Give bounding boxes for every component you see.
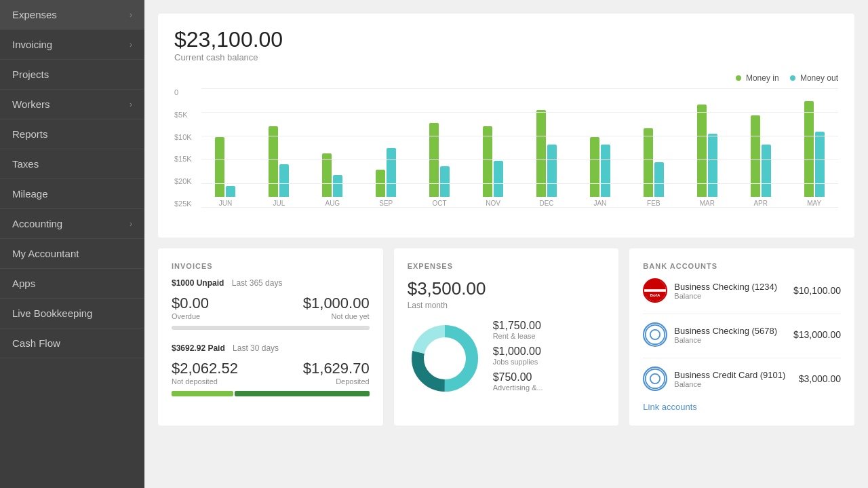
month-bars bbox=[576, 88, 624, 197]
chart-month-nov: NOV bbox=[469, 88, 517, 207]
chart-month-feb: FEB bbox=[629, 88, 677, 207]
y-axis-label: $20K bbox=[174, 177, 192, 185]
money-out-bar bbox=[226, 186, 235, 197]
sidebar-item-label: Taxes bbox=[12, 158, 39, 170]
sidebar-item-mileage[interactable]: Mileage bbox=[0, 179, 144, 209]
bank-accounts-card: BANK ACCOUNTS BofA Business Checking (12… bbox=[629, 248, 854, 426]
bank-icon bbox=[643, 367, 667, 391]
sidebar-item-label: Mileage bbox=[12, 188, 48, 200]
money-out-bar bbox=[279, 164, 289, 197]
chevron-right-icon: › bbox=[130, 219, 132, 229]
main-content: $23,100.00 Current cash balance Money in… bbox=[144, 0, 868, 488]
bank-account-item: Business Credit Card (9101)Balance$3,000… bbox=[643, 367, 841, 391]
bank-info: Business Credit Card (9101)Balance bbox=[674, 370, 791, 388]
svg-point-8 bbox=[646, 325, 665, 344]
bank-account-item: BofA Business Checking (1234)Balance$10,… bbox=[643, 278, 841, 303]
paid-progress-bar bbox=[172, 391, 370, 396]
month-bars bbox=[201, 88, 250, 197]
sidebar-item-label: My Accountant bbox=[12, 248, 79, 259]
money-out-bar bbox=[815, 132, 825, 197]
not-deposited-amount: $2,062.52 bbox=[172, 360, 238, 377]
sidebar-item-expenses[interactable]: Expenses› bbox=[0, 0, 144, 30]
y-axis-label: $25K bbox=[174, 200, 192, 208]
bank-account-name: Business Credit Card (9101) bbox=[674, 370, 791, 380]
invoices-unpaid-meta: $1000 Unpaid Last 365 days bbox=[172, 278, 370, 288]
sidebar-item-reports[interactable]: Reports bbox=[0, 119, 144, 149]
month-bars bbox=[362, 88, 410, 197]
sidebar-item-workers[interactable]: Workers› bbox=[0, 90, 144, 119]
month-bars bbox=[629, 88, 677, 197]
invoice-paid-amounts: $2,062.52 Not deposited $1,629.70 Deposi… bbox=[172, 360, 370, 386]
month-label: OCT bbox=[433, 200, 447, 207]
bank-balance-label: Balance bbox=[674, 292, 787, 300]
breakdown-item: $1,750.00Rent & lease bbox=[493, 320, 606, 340]
chevron-right-icon: › bbox=[130, 10, 132, 20]
deposited-label: Deposited bbox=[303, 377, 370, 386]
y-axis-label: $10K bbox=[174, 133, 192, 141]
sidebar-item-cash-flow[interactable]: Cash Flow bbox=[0, 329, 144, 358]
bank-account-amount: $3,000.00 bbox=[799, 373, 841, 384]
month-label: JUN bbox=[219, 200, 232, 207]
breakdown-label: Jobs supplies bbox=[493, 358, 606, 366]
expenses-period: Last month bbox=[408, 301, 606, 310]
bank-balance-label: Balance bbox=[674, 380, 791, 388]
bank-account-item: Business Checking (5678)Balance$13,000.0… bbox=[643, 322, 841, 347]
y-axis-label: $15K bbox=[174, 155, 192, 163]
breakdown-amount: $1,750.00 bbox=[493, 320, 606, 332]
chevron-right-icon: › bbox=[130, 40, 132, 50]
sidebar-item-label: Workers bbox=[12, 98, 50, 110]
invoices-paid-meta: $3692.92 Paid Last 30 days bbox=[172, 343, 370, 353]
month-bars bbox=[416, 88, 464, 197]
chart-month-dec: DEC bbox=[523, 88, 571, 207]
svg-point-4 bbox=[425, 338, 465, 379]
chart-month-aug: AUG bbox=[309, 88, 357, 207]
expenses-breakdown: $1,750.00Rent & lease$1,000.00Jobs suppl… bbox=[493, 320, 606, 397]
month-label: JUL bbox=[273, 200, 285, 207]
sidebar-item-my-accountant[interactable]: My Accountant bbox=[0, 239, 144, 269]
money-out-bar bbox=[494, 161, 503, 197]
sidebar-item-label: Expenses bbox=[12, 9, 57, 20]
month-label: DEC bbox=[539, 200, 553, 207]
sidebar-item-live-bookkeeping[interactable]: Live Bookkeeping bbox=[0, 299, 144, 329]
not-due-yet-label: Not due yet bbox=[303, 312, 370, 320]
money-out-bar bbox=[440, 166, 450, 197]
not-deposited-label: Not deposited bbox=[172, 377, 238, 386]
expenses-card: EXPENSES $3,500.00 Last month bbox=[394, 248, 619, 426]
chevron-right-icon: › bbox=[130, 100, 132, 109]
month-label: SEP bbox=[379, 200, 393, 207]
sidebar-item-label: Accounting bbox=[12, 218, 62, 229]
divider bbox=[643, 358, 841, 358]
sidebar-item-projects[interactable]: Projects bbox=[0, 60, 144, 90]
cash-balance-label: Current cash balance bbox=[174, 52, 838, 62]
breakdown-item: $1,000.00Jobs supplies bbox=[493, 345, 606, 366]
bank-info: Business Checking (5678)Balance bbox=[674, 326, 787, 344]
bank-account-amount: $13,000.00 bbox=[793, 329, 841, 340]
overdue-progress-bar bbox=[172, 326, 370, 330]
chart-month-sep: SEP bbox=[362, 88, 410, 207]
bank-account-amount: $10,100.00 bbox=[793, 285, 841, 296]
money-out-bar bbox=[387, 148, 396, 197]
y-axis-label: 0 bbox=[174, 88, 192, 96]
y-axis-label: $5K bbox=[174, 111, 192, 119]
svg-text:BofA: BofA bbox=[650, 293, 660, 297]
chart-month-jun: JUN bbox=[201, 88, 250, 207]
deposited-bar bbox=[235, 391, 369, 396]
cash-balance-card: $23,100.00 Current cash balance Money in… bbox=[158, 14, 854, 238]
link-accounts-button[interactable]: Link accounts bbox=[643, 402, 841, 412]
invoices-card: INVOICES $1000 Unpaid Last 365 days $0.0… bbox=[158, 248, 383, 426]
money-in-dot bbox=[736, 75, 741, 81]
sidebar-item-accounting[interactable]: Accounting› bbox=[0, 209, 144, 239]
not-deposited-bar bbox=[172, 391, 233, 396]
expenses-chart-row: $1,750.00Rent & lease$1,000.00Jobs suppl… bbox=[408, 320, 606, 397]
sidebar-item-apps[interactable]: Apps bbox=[0, 269, 144, 299]
breakdown-amount: $1,000.00 bbox=[493, 345, 606, 358]
svg-point-10 bbox=[646, 369, 665, 388]
sidebar-item-taxes[interactable]: Taxes bbox=[0, 149, 144, 179]
money-in-bar bbox=[376, 170, 385, 197]
sidebar-item-invoicing[interactable]: Invoicing› bbox=[0, 30, 144, 60]
month-bars bbox=[683, 88, 731, 197]
month-label: APR bbox=[753, 200, 768, 207]
sidebar-item-label: Invoicing bbox=[12, 39, 52, 50]
month-label: MAY bbox=[807, 200, 821, 207]
month-label: NOV bbox=[486, 200, 500, 207]
